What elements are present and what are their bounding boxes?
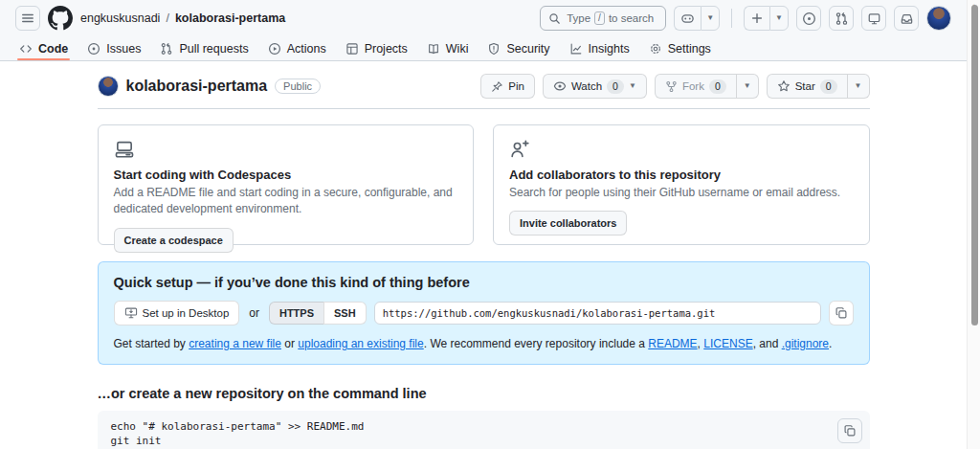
notifications-button[interactable] [894,6,919,31]
or-label: or [247,306,261,320]
shield-icon [487,42,501,56]
collaborators-card-title: Add collaborators to this repository [509,168,854,182]
tab-insights[interactable]: Insights [562,36,637,60]
tab-label: Pull requests [179,42,248,56]
issues-button[interactable] [796,6,821,31]
tab-pull-requests[interactable]: Pull requests [152,36,256,60]
copy-commands-button[interactable] [837,418,862,443]
copilot-dropdown-button[interactable]: ▼ [701,6,720,31]
eye-icon [553,79,567,93]
copilot-button[interactable] [674,6,701,31]
slash-key-hint: / [594,11,605,25]
repo-url-input[interactable] [374,302,821,325]
breadcrumb-repo[interactable]: kolaborasi-pertama [175,11,285,25]
issue-opened-icon [802,11,816,26]
tab-label: Code [38,42,68,56]
chevron-down-icon: ▼ [629,82,636,90]
inbox-icon [900,11,914,26]
create-new-dropdown-button[interactable]: ▼ [769,6,789,31]
gitignore-link[interactable]: .gitignore [782,337,829,350]
tab-projects[interactable]: Projects [338,36,415,60]
search-icon [548,12,561,25]
create-new-split-button: ▼ [744,6,789,31]
watch-label: Watch [571,80,602,92]
fork-dropdown-button[interactable]: ▼ [736,74,759,99]
create-new-button[interactable] [744,6,769,31]
repo-title[interactable]: kolaborasi-pertama [126,78,268,95]
tab-label: Projects [365,42,408,56]
setup-in-desktop-label: Set up in Desktop [143,307,230,319]
copilot-icon [680,11,695,26]
code-icon [19,42,33,56]
repo-nav: Code Issues Pull requests Actions Projec… [0,36,967,61]
vertical-scrollbar[interactable]: ▲ [967,0,980,449]
command-line-title: …or create a new repository on the comma… [98,386,870,401]
tab-label: Wiki [446,42,469,56]
repo-header: kolaborasi-pertama Public Pin Watch 0 ▼ … [98,61,870,109]
chevron-down-icon: ▼ [855,82,862,90]
tab-label: Actions [287,42,326,56]
tab-wiki[interactable]: Wiki [419,36,477,60]
chevron-down-icon: ▼ [706,14,714,22]
code-content: echo "# kolaborasi-pertama" >> README.md… [111,420,857,449]
license-link[interactable]: LICENSE [703,337,752,350]
three-bars-icon [21,11,34,25]
watch-button[interactable]: Watch 0 ▼ [543,74,647,99]
create-codespace-button[interactable]: Create a codespace [114,228,234,253]
pin-button[interactable]: Pin [480,74,535,99]
star-button[interactable]: Star 0 [767,74,847,99]
table-icon [345,42,359,56]
pin-icon [491,80,503,93]
pull-requests-button[interactable] [829,6,854,31]
tab-label: Settings [668,42,711,56]
fork-button: Fork 0 [655,74,736,99]
breadcrumb-owner[interactable]: engkuskusnadi [80,11,160,25]
search-input[interactable]: Type / to search [540,6,666,31]
tab-security[interactable]: Security [479,36,557,60]
github-logo[interactable] [48,6,73,31]
quick-setup-panel: Quick setup — if you’ve done this kind o… [98,261,870,365]
fork-split-button: Fork 0 ▼ [655,74,759,99]
star-label: Star [795,80,815,92]
quick-setup-row: Set up in Desktop or HTTPS SSH [114,301,854,326]
quick-setup-title: Quick setup — if you’ve done this kind o… [114,275,854,290]
devices-button[interactable] [861,6,886,31]
https-toggle-button[interactable]: HTTPS [269,302,323,325]
hamburger-menu-button[interactable] [15,6,40,31]
fork-count: 0 [709,79,726,94]
person-add-icon [509,139,530,160]
ssh-toggle-button[interactable]: SSH [323,302,367,325]
setup-in-desktop-button[interactable]: Set up in Desktop [114,301,240,326]
git-pull-request-icon [160,42,173,56]
upload-existing-file-link[interactable]: uploading an existing file [298,337,423,350]
tab-issues[interactable]: Issues [79,36,148,60]
scrollbar-thumb[interactable] [971,5,978,326]
tab-code[interactable]: Code [11,36,76,60]
pin-label: Pin [508,80,524,92]
tab-settings[interactable]: Settings [641,36,719,60]
protocol-toggle: HTTPS SSH [269,302,367,325]
repo-forked-icon [665,80,678,93]
device-monitor-icon [867,11,881,26]
breadcrumb-separator: / [166,11,168,25]
main-content: kolaborasi-pertama Public Pin Watch 0 ▼ … [98,61,870,449]
create-new-file-link[interactable]: creating a new file [189,337,281,350]
page-viewport: engkuskusnadi / kolaborasi-pertama Type … [0,0,967,449]
play-icon [268,42,281,56]
copy-url-button[interactable] [829,301,854,326]
star-split-button: Star 0 ▼ [767,74,870,99]
codespaces-icon [114,139,135,160]
star-count: 0 [820,79,837,94]
readme-link[interactable]: README [648,337,697,350]
header-divider [731,9,732,28]
collaborators-card: Add collaborators to this repository Sea… [493,124,870,245]
repo-owner-avatar[interactable] [98,76,119,97]
tab-label: Security [506,42,549,56]
onboarding-cards: Start coding with Codespaces Add a READM… [98,124,870,245]
codespaces-card-description: Add a README file and start coding in a … [114,185,458,218]
star-dropdown-button[interactable]: ▼ [847,74,870,99]
tab-label: Issues [106,42,141,56]
user-avatar[interactable] [926,6,951,31]
tab-actions[interactable]: Actions [260,36,334,60]
invite-collaborators-button[interactable]: Invite collaborators [509,211,627,236]
